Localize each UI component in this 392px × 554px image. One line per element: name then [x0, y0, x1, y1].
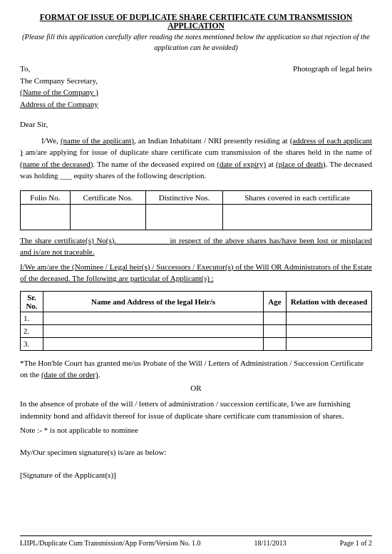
heir-table-header-row: Sr. No. Name and Address of the legal He… [21, 291, 372, 312]
company-secretary-line: The Company Secretary, [20, 75, 98, 87]
footer-right: Page 1 of 2 [340, 539, 372, 547]
footer: LIIPL/Duplicate Cum Transmission/App For… [20, 535, 372, 547]
heir-relation-2 [287, 324, 372, 337]
title-section: FORMAT OF ISSUE OF DUPLICATE SHARE CERTI… [20, 13, 372, 53]
to-line: To, [20, 63, 98, 75]
heir-table: Sr. No. Name and Address of the legal He… [20, 291, 372, 351]
address-company-line: Address of the Company [20, 98, 98, 111]
heir-name-3 [43, 337, 264, 350]
page: FORMAT OF ISSUE OF DUPLICATE SHARE CERTI… [0, 0, 392, 554]
col-sr: Sr. No. [21, 291, 43, 312]
col-name-address: Name and Address of the legal Heir/s [43, 291, 264, 312]
specimen-text: My/Our specimen signature(s) is/are as b… [20, 442, 372, 479]
signature-label: [Signature of the Applicant(s)] [20, 471, 116, 479]
col-distinct: Distinctive Nos. [145, 190, 222, 204]
cell-cert-1 [70, 204, 145, 230]
applicant-name-ref: (name of the applicant) [61, 136, 134, 145]
header-row: To, The Company Secretary, (Name of the … [20, 63, 372, 110]
date-order-ref: (date of the order) [41, 370, 98, 379]
lost-cert-underline: The share certificate(s) No(s)._________… [20, 236, 372, 257]
share-table: Folio No. Certificate Nos. Distinctive N… [20, 190, 372, 230]
specimen-label: My/Our specimen signature(s) is/are as b… [20, 448, 372, 456]
note-text: Note :- * is not applicable to nominee [20, 424, 372, 436]
cell-folio-1 [21, 204, 71, 230]
heir-age-2 [264, 324, 287, 337]
col-folio: Folio No. [21, 190, 71, 204]
dear-sir: Dear Sir, [20, 118, 372, 130]
heir-sr-2: 2. [21, 324, 43, 337]
probate-text: *The Hon'ble Court has granted me/us Pro… [20, 357, 372, 381]
heir-age-3 [264, 337, 287, 350]
heir-sr-3: 3. [21, 337, 43, 350]
cell-shares-1 [223, 204, 372, 230]
absence-text: In the absence of probate of the will / … [20, 398, 372, 421]
col-relation: Relation with deceased [287, 291, 372, 312]
heir-name-2 [43, 324, 264, 337]
heir-row-1: 1. [21, 312, 372, 324]
heir-age-1 [264, 312, 287, 324]
place-death-ref: (place of death) [276, 160, 326, 168]
heir-row-3: 3. [21, 337, 372, 350]
deceased-name-ref: (name of the deceased) [20, 160, 93, 168]
lost-certificate-text: The share certificate(s) No(s)._________… [20, 235, 372, 258]
heir-sr-1: 1. [21, 312, 43, 324]
footer-center: 18/11/2013 [254, 539, 287, 547]
date-expiry-ref: (date of expiry) [217, 160, 266, 168]
heir-relation-3 [287, 337, 372, 350]
cell-distinct-1 [145, 204, 222, 230]
body-paragraph-1: I/We, (name of the applicant), an Indian… [20, 135, 372, 182]
legal-heir-underline: I/We am/are the (Nominee / Legal heir(s)… [20, 262, 372, 283]
heir-relation-1 [287, 312, 372, 324]
address-block: To, The Company Secretary, (Name of the … [20, 63, 98, 110]
subtitle: (Please fill this application carefully … [20, 32, 372, 53]
main-title: FORMAT OF ISSUE OF DUPLICATE SHARE CERTI… [20, 13, 372, 30]
share-table-header-row: Folio No. Certificate Nos. Distinctive N… [21, 190, 372, 204]
heir-row-2: 2. [21, 324, 372, 337]
legal-heir-intro: I/We am/are the (Nominee / Legal heir(s)… [20, 261, 372, 284]
footer-left: LIIPL/Duplicate Cum Transmission/App For… [20, 539, 201, 547]
col-shares: Shares covered in each certificate [223, 190, 372, 204]
col-age: Age [264, 291, 287, 312]
photograph-label: Photograph of legal heirs [293, 64, 372, 110]
col-cert: Certificate Nos. [70, 190, 145, 204]
or-divider: OR [20, 382, 372, 394]
name-company-line: (Name of the Company ) [20, 86, 98, 98]
signature-box: [Signature of the Applicant(s)] [20, 471, 372, 479]
heir-name-1 [43, 312, 264, 324]
share-table-row-1 [21, 204, 372, 230]
